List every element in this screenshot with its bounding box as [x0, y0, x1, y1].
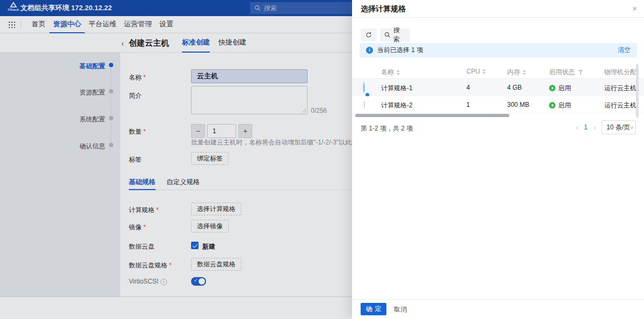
page-size-select[interactable]: 10 条/页 ∨	[602, 120, 636, 134]
ok-button-label: 确定	[366, 305, 384, 314]
table-horizontal-scrollbar[interactable]	[355, 114, 509, 117]
prev-page-icon[interactable]: ‹	[576, 124, 578, 132]
drawer-mask[interactable]	[0, 0, 352, 319]
cancel-button[interactable]: 取消	[394, 305, 407, 314]
cell-strategy: 运行云主机	[604, 84, 639, 93]
sort-icon	[482, 69, 486, 74]
column-header-status[interactable]: 启用状态	[549, 68, 583, 77]
clear-selection-link[interactable]: 清空	[618, 46, 631, 55]
app: ZStack 文档组共享环境 172.20.12.22 搜索 首页 资源中心 平…	[0, 0, 644, 319]
selection-count-text: 当前已选择 1 项	[377, 46, 423, 55]
sort-icon	[397, 70, 400, 75]
table-row[interactable]: 计算规格-2 1 300 MB 启用 运行云主机	[352, 96, 644, 113]
cell-memory: 300 MB	[507, 101, 529, 108]
drawer-footer-divider	[352, 299, 644, 300]
table-vertical-scrollbar[interactable]	[636, 64, 639, 118]
cell-cpu: 4	[466, 84, 470, 91]
column-header-strategy[interactable]: 物理机分配策略	[604, 68, 639, 77]
search-icon	[384, 32, 391, 38]
enabled-status-icon	[549, 102, 555, 108]
drawer-search-button[interactable]: 搜索	[380, 28, 410, 41]
column-header-name[interactable]: 名称	[381, 68, 400, 77]
pagination-summary: 第 1-2 项，共 2 项	[361, 124, 413, 133]
cell-name: 计算规格-2	[381, 101, 413, 110]
cell-strategy: 运行云主机	[604, 101, 639, 110]
page-size-value: 10 条/页	[606, 123, 630, 132]
table-header: 名称 CPU 内存 启用状态 物理机分配策略	[352, 64, 644, 79]
info-icon: i	[366, 47, 373, 54]
next-page-icon[interactable]: ›	[594, 124, 596, 132]
ok-button[interactable]: 确定	[361, 303, 386, 315]
drawer-search-label: 搜索	[393, 26, 406, 44]
filter-icon[interactable]	[578, 70, 583, 75]
drawer-title: 选择计算规格	[361, 4, 406, 14]
column-header-cpu[interactable]: CPU	[466, 68, 486, 75]
drawer-header: 选择计算规格 ×	[352, 0, 644, 18]
select-compute-spec-drawer: 选择计算规格 × 搜索 i 当前已选择 1 项 清空 名称 CPU 内存 启用状…	[352, 0, 644, 319]
table-row[interactable]: 计算规格-1 4 4 GB 启用 运行云主机	[352, 79, 644, 96]
selection-info-bar: i 当前已选择 1 项 清空	[360, 43, 637, 57]
cell-memory: 4 GB	[507, 84, 522, 91]
cell-status: 启用	[549, 101, 571, 110]
pagination: ‹ 1 › 10 条/页 ∨	[576, 120, 636, 134]
cell-name: 计算规格-1	[381, 84, 413, 93]
sort-icon	[523, 70, 526, 75]
column-header-memory[interactable]: 内存	[507, 68, 526, 77]
enabled-status-icon	[549, 85, 555, 91]
refresh-button[interactable]	[361, 28, 377, 41]
radio-unselected[interactable]	[364, 100, 365, 109]
cell-cpu: 1	[466, 101, 470, 108]
close-icon[interactable]: ×	[632, 4, 637, 13]
page-number[interactable]: 1	[584, 124, 588, 131]
chevron-down-icon: ∨	[630, 125, 634, 130]
refresh-icon	[365, 32, 372, 38]
cell-status: 启用	[549, 84, 571, 93]
